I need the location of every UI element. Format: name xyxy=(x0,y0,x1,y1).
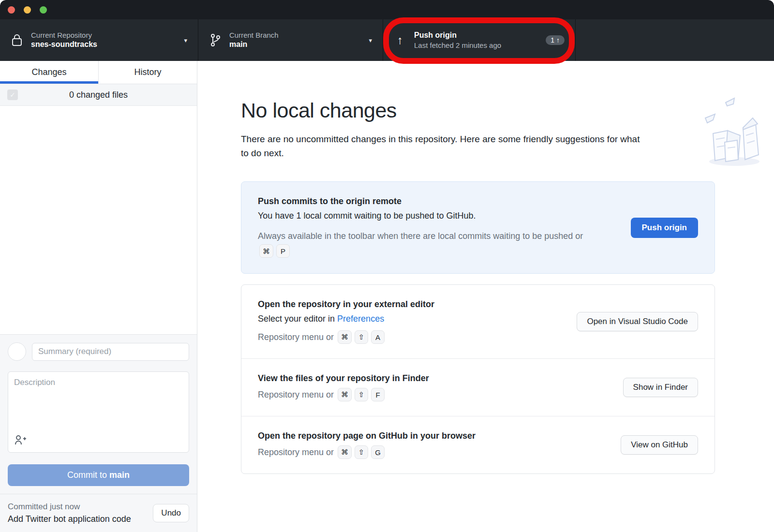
a-key: A xyxy=(371,330,385,344)
toolbar-empty-space xyxy=(576,19,774,61)
tab-history[interactable]: History xyxy=(98,61,197,84)
toolbar: Current Repository snes-soundtracks ▾ Cu… xyxy=(0,19,774,61)
page-subtitle: There are no uncommitted changes in this… xyxy=(241,132,647,160)
page-title: No local changes xyxy=(241,99,715,122)
commit-summary-input[interactable] xyxy=(32,343,189,361)
repository-label: Current Repository xyxy=(31,30,97,40)
changed-files-count: 0 changed files xyxy=(69,90,128,100)
commit-description-input[interactable] xyxy=(8,371,189,453)
push-origin-title: Push origin xyxy=(414,30,501,41)
last-commit-row: Committed just now Add Twitter bot appli… xyxy=(0,494,197,532)
shift-key: ⇧ xyxy=(355,388,368,401)
check-icon: ✓ xyxy=(10,91,15,99)
changed-files-header: ✓ 0 changed files xyxy=(0,84,197,106)
commit-form: Commit to main xyxy=(0,334,197,494)
github-desktop-window: Current Repository snes-soundtracks ▾ Cu… xyxy=(0,0,774,532)
suggestions-panel: Open the repository in your external edi… xyxy=(241,284,715,474)
commit-to-main-button[interactable]: Commit to main xyxy=(8,464,189,486)
repository-name: snes-soundtracks xyxy=(31,40,97,50)
shift-key: ⇧ xyxy=(355,330,368,344)
branch-name: main xyxy=(229,40,279,50)
changes-list-empty xyxy=(0,106,197,334)
commit-status-text: Committed just now xyxy=(8,502,153,512)
shift-key: ⇧ xyxy=(355,445,368,459)
push-panel-title: Push commits to the origin remote xyxy=(258,196,631,207)
undo-commit-button[interactable]: Undo xyxy=(153,504,189,522)
suggestion-title: Open the repository page on GitHub in yo… xyxy=(258,431,621,441)
push-panel-body: You have 1 local commit waiting to be pu… xyxy=(258,211,631,221)
push-origin-subtitle: Last fetched 2 minutes ago xyxy=(414,41,501,50)
ahead-commits-badge: 1 ↑ xyxy=(546,35,565,45)
current-repository-dropdown[interactable]: Current Repository snes-soundtracks ▾ xyxy=(0,19,198,61)
close-window-button[interactable] xyxy=(8,6,15,14)
show-in-finder-button[interactable]: Show in Finder xyxy=(623,378,698,397)
chevron-down-icon: ▾ xyxy=(184,37,187,44)
commit-message-text: Add Twitter bot application code xyxy=(8,514,153,524)
suggestion-shortcut-hint: Repository menu or ⌘⇧A xyxy=(258,330,577,344)
view-on-github-button[interactable]: View on GitHub xyxy=(621,435,698,455)
add-coauthor-icon[interactable] xyxy=(14,434,27,448)
tab-changes[interactable]: Changes xyxy=(0,61,98,84)
lock-icon xyxy=(11,33,23,47)
suggestion-title: View the files of your repository in Fin… xyxy=(258,373,623,384)
push-origin-button[interactable]: Push origin xyxy=(631,218,699,238)
current-branch-dropdown[interactable]: Current Branch main ▾ xyxy=(198,19,383,61)
push-origin-toolbar-button[interactable]: ↑ Push origin Last fetched 2 minutes ago… xyxy=(383,19,576,61)
branch-label: Current Branch xyxy=(229,30,279,40)
arrow-up-icon: ↑ xyxy=(394,34,406,46)
avatar xyxy=(8,342,26,361)
cmd-key: ⌘ xyxy=(338,388,352,401)
sidebar: Changes History ✓ 0 changed files xyxy=(0,61,197,532)
editor-select-line: Select your editor in Preferences xyxy=(258,314,577,324)
g-key: G xyxy=(371,445,385,459)
suggestion-title: Open the repository in your external edi… xyxy=(258,299,577,310)
suggestion-shortcut-hint: Repository menu or ⌘⇧F xyxy=(258,388,623,401)
macos-titlebar xyxy=(0,0,774,19)
push-commits-panel: Push commits to the origin remote You ha… xyxy=(241,181,715,274)
suggestion-shortcut-hint: Repository menu or ⌘⇧G xyxy=(258,445,621,459)
open-in-editor-button[interactable]: Open in Visual Studio Code xyxy=(577,312,698,331)
p-key: P xyxy=(276,244,290,258)
push-panel-hint: Always available in the toolbar when the… xyxy=(258,229,592,259)
suggestion-show-in-finder: View the files of your repository in Fin… xyxy=(241,359,714,416)
zoom-window-button[interactable] xyxy=(40,6,47,14)
suggestion-view-on-github: Open the repository page on GitHub in yo… xyxy=(241,416,714,473)
chevron-down-icon: ▾ xyxy=(369,37,372,44)
f-key: F xyxy=(371,388,385,401)
sidebar-tabs: Changes History xyxy=(0,61,197,84)
git-branch-icon xyxy=(209,33,222,47)
preferences-link[interactable]: Preferences xyxy=(337,314,384,324)
minimize-window-button[interactable] xyxy=(24,6,31,14)
suggestion-open-editor: Open the repository in your external edi… xyxy=(241,285,714,359)
cmd-key: ⌘ xyxy=(338,445,352,459)
cmd-key: ⌘ xyxy=(259,244,273,258)
cmd-key: ⌘ xyxy=(338,330,352,344)
select-all-checkbox[interactable]: ✓ xyxy=(7,89,18,100)
main-content: No local changes There are no uncommitte… xyxy=(197,61,774,532)
